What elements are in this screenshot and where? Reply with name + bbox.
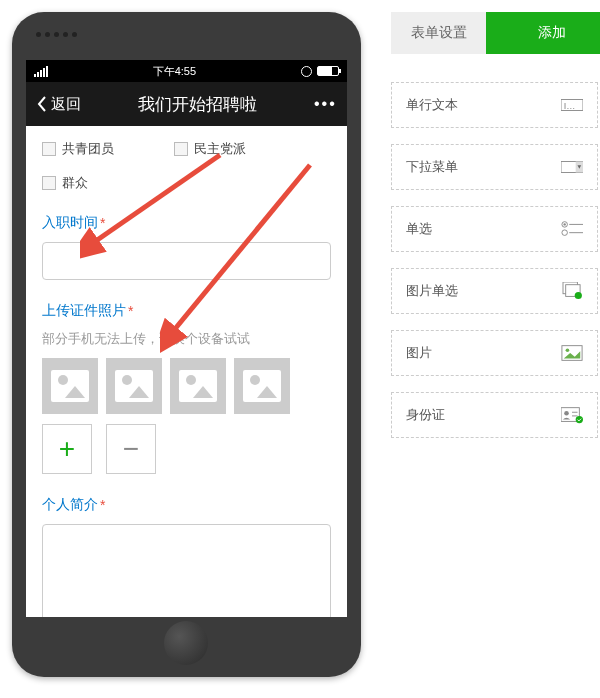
svg-point-13: [575, 292, 582, 299]
field-item-image-radio[interactable]: 图片单选: [391, 268, 598, 314]
text-field-icon: I…: [561, 96, 583, 114]
checkbox-opt3[interactable]: 群众: [42, 174, 88, 192]
checkbox-icon: [174, 142, 188, 156]
idcard-icon: [561, 406, 583, 424]
svg-point-20: [576, 416, 583, 423]
home-button: [164, 621, 208, 665]
svg-point-15: [566, 348, 570, 352]
back-button[interactable]: 返回: [36, 95, 81, 114]
sidebar: 表单设置 添加 单行文本 I… 下拉菜单 单选 图片单选 图片: [391, 12, 600, 677]
upload-slot[interactable]: [170, 358, 226, 414]
battery-icon: [317, 66, 339, 76]
svg-text:I…: I…: [564, 101, 576, 111]
checkbox-icon: [42, 176, 56, 190]
field-item-text[interactable]: 单行文本 I…: [391, 82, 598, 128]
bio-label: 个人简介*: [42, 496, 331, 514]
screen: 下午4:55 返回 我们开始招聘啦 ••• 共青团员: [26, 60, 347, 617]
tab-form-settings[interactable]: 表单设置: [391, 12, 487, 54]
nav-bar: 返回 我们开始招聘啦 •••: [26, 82, 347, 126]
start-date-label: 入职时间*: [42, 214, 331, 232]
upload-slot[interactable]: [42, 358, 98, 414]
required-star: *: [128, 303, 133, 319]
chevron-left-icon: [36, 95, 48, 113]
form-body: 共青团员 民主党派 群众 入职时间*: [26, 126, 347, 617]
speaker-dots: [36, 32, 77, 37]
required-star: *: [100, 497, 105, 513]
svg-point-7: [563, 223, 565, 225]
bio-textarea[interactable]: [42, 524, 331, 617]
radio-icon: [561, 220, 583, 238]
dropdown-icon: [561, 158, 583, 176]
checkbox-opt1[interactable]: 共青团员: [42, 140, 114, 158]
field-label: 图片单选: [406, 282, 458, 300]
upload-hint: 部分手机无法上传，请换个设备试试: [42, 330, 331, 348]
start-date-input[interactable]: [42, 242, 331, 280]
alarm-icon: [301, 66, 312, 77]
checkbox-label: 民主党派: [194, 140, 246, 158]
more-button[interactable]: •••: [314, 95, 337, 113]
remove-image-button[interactable]: −: [106, 424, 156, 474]
svg-point-9: [562, 230, 568, 236]
required-star: *: [100, 215, 105, 231]
upload-row: [42, 358, 331, 414]
field-item-image[interactable]: 图片: [391, 330, 598, 376]
field-item-radio[interactable]: 单选: [391, 206, 598, 252]
nav-title: 我们开始招聘啦: [138, 93, 257, 116]
upload-label: 上传证件照片*: [42, 302, 331, 320]
upload-slot[interactable]: [234, 358, 290, 414]
checkbox-opt2[interactable]: 民主党派: [174, 140, 246, 158]
checkbox-icon: [42, 142, 56, 156]
field-label: 图片: [406, 344, 432, 362]
checkbox-label: 共青团员: [62, 140, 114, 158]
tab-add-field[interactable]: 添加: [486, 12, 600, 54]
field-label: 单行文本: [406, 96, 458, 114]
phone-mockup: 下午4:55 返回 我们开始招聘啦 ••• 共青团员: [12, 12, 361, 677]
field-item-dropdown[interactable]: 下拉菜单: [391, 144, 598, 190]
add-image-button[interactable]: +: [42, 424, 92, 474]
upload-slot[interactable]: [106, 358, 162, 414]
checkbox-label: 群众: [62, 174, 88, 192]
clock-text: 下午4:55: [153, 64, 196, 79]
field-label: 单选: [406, 220, 432, 238]
svg-point-17: [564, 411, 569, 416]
image-radio-icon: [561, 282, 583, 300]
image-icon: [561, 344, 583, 362]
signal-icon: [34, 66, 48, 77]
field-item-idcard[interactable]: 身份证: [391, 392, 598, 438]
field-label: 下拉菜单: [406, 158, 458, 176]
status-bar: 下午4:55: [26, 60, 347, 82]
field-label: 身份证: [406, 406, 445, 424]
